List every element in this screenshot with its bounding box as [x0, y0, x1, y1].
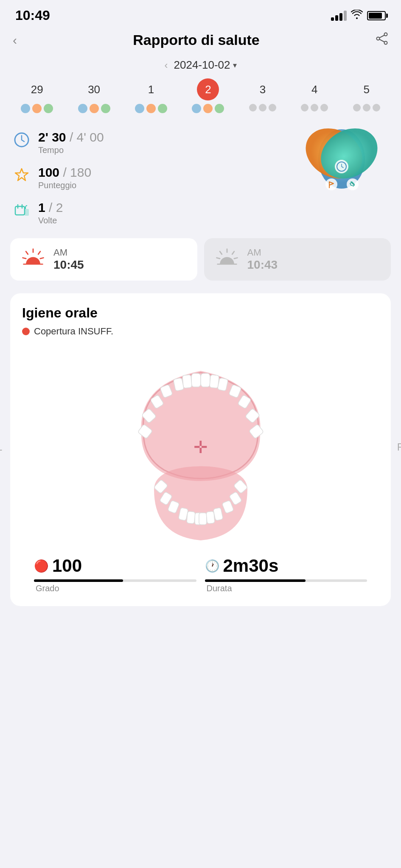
day-bubbles [353, 104, 380, 111]
battery-icon [367, 11, 386, 20]
svg-line-18 [38, 251, 40, 254]
bubble-orange [32, 104, 42, 113]
day-bubbles [192, 104, 224, 113]
page-title: Rapporto di salute [133, 32, 259, 48]
duration-progress-bar [205, 579, 367, 582]
session-time-1: 10:45 [53, 258, 84, 272]
stat-sessions-content: 1 / 2 Volte [38, 200, 63, 225]
hygiene-title: Igiene orale [22, 305, 379, 321]
teeth-diagram-container[interactable]: L R ✛ [22, 345, 379, 549]
day-number: 3 [252, 78, 274, 100]
svg-point-2 [377, 37, 380, 40]
bubble-gray [373, 104, 380, 111]
svg-rect-29 [201, 373, 210, 387]
status-icons [331, 10, 386, 22]
bottom-stats: 🔴 100 Grado 🕐 2m30s Durata [22, 549, 379, 598]
left-side-label: L [0, 441, 2, 453]
bubble-orange [90, 104, 99, 113]
svg-line-23 [220, 251, 222, 254]
bubble-blue [135, 104, 144, 113]
session-card-am1[interactable]: AM 10:45 [10, 238, 197, 281]
calendar-day-3[interactable]: 3 [249, 78, 276, 113]
calendar-day-5[interactable]: 5 [353, 78, 380, 113]
sessions-icon [13, 201, 31, 219]
bubble-orange [203, 104, 213, 113]
bubble-orange [146, 104, 156, 113]
bubble-blue [78, 104, 87, 113]
status-indicator-dot [22, 328, 30, 335]
sun-active-icon [20, 247, 46, 272]
right-side-label: R [397, 441, 401, 453]
day-bubbles [21, 104, 53, 113]
duration-label: Durata [205, 584, 232, 593]
day-number: 30 [83, 78, 105, 100]
day-number: 29 [26, 78, 48, 100]
signal-icon [331, 11, 347, 21]
calendar-day-30[interactable]: 30 [78, 78, 110, 113]
svg-rect-43 [199, 513, 207, 525]
stat-sessions-label: Volte [38, 216, 63, 225]
bubble-teal [101, 104, 110, 113]
bubble-gray [249, 104, 257, 111]
petal-diagram [295, 126, 388, 219]
day-bubbles [135, 104, 167, 113]
stat-score-label: Punteggio [38, 181, 91, 190]
share-button[interactable] [376, 32, 388, 48]
svg-point-1 [384, 42, 387, 45]
hygiene-status: Copertura INSUFF. [22, 326, 379, 337]
grade-label: Grado [34, 584, 59, 593]
svg-rect-28 [191, 373, 201, 387]
svg-rect-7 [15, 206, 25, 215]
day-number-active: 2 [197, 78, 219, 100]
svg-line-24 [232, 251, 234, 254]
svg-rect-8 [25, 209, 29, 216]
bubble-blue [21, 104, 30, 113]
stats-list: 2' 30 / 4' 00 Tempo 100 / 180 Punteggio [13, 126, 286, 225]
bubble-teal [44, 104, 53, 113]
svg-point-15 [347, 178, 359, 190]
bubble-blue [192, 104, 201, 113]
bubble-gray [301, 104, 308, 111]
svg-point-0 [384, 33, 387, 36]
date-prev-button[interactable]: ‹ [165, 59, 168, 71]
grade-progress-bar [34, 579, 196, 582]
stat-time-label: Tempo [38, 145, 104, 155]
session-cards: AM 10:45 AM 10:43 [0, 234, 401, 289]
status-time: 10:49 [15, 8, 50, 23]
duration-progress-fill [205, 579, 306, 582]
bubble-gray [353, 104, 361, 111]
bubble-gray [269, 104, 276, 111]
duration-stat: 🕐 2m30s Durata [205, 556, 367, 593]
calendar-day-29[interactable]: 29 [21, 78, 53, 113]
day-number: 5 [356, 78, 378, 100]
svg-line-4 [379, 39, 384, 42]
calendar-day-1[interactable]: 1 [135, 78, 167, 113]
coverage-status-text: Copertura INSUFF. [34, 326, 113, 337]
stat-sessions-row: 1 / 2 Volte [13, 200, 286, 225]
date-selector[interactable]: 2024-10-02 ▾ [174, 58, 237, 72]
day-number: 1 [140, 78, 162, 100]
svg-line-3 [379, 35, 384, 38]
svg-line-25 [216, 258, 220, 259]
score-icon [13, 166, 31, 184]
bubble-gray [363, 104, 370, 111]
wifi-icon [351, 10, 363, 22]
calendar-day-2-active[interactable]: 2 [192, 78, 224, 113]
bubble-teal [158, 104, 167, 113]
back-button[interactable]: ‹ [13, 33, 17, 47]
stat-time-value: 2' 30 / 4' 00 [38, 130, 104, 145]
stats-section: 2' 30 / 4' 00 Tempo 100 / 180 Punteggio [0, 117, 401, 234]
svg-marker-6 [15, 169, 28, 181]
time-icon [13, 131, 31, 149]
grade-progress-fill [34, 579, 123, 582]
grade-number: 100 [52, 556, 82, 576]
calendar-day-4[interactable]: 4 [301, 78, 328, 113]
grade-stat: 🔴 100 Grado [34, 556, 196, 593]
date-navigation: ‹ 2024-10-02 ▾ [0, 57, 401, 78]
stat-sessions-value: 1 / 2 [38, 200, 63, 215]
grade-value-row: 🔴 100 [34, 556, 82, 576]
stat-time-content: 2' 30 / 4' 00 Tempo [38, 130, 104, 155]
svg-rect-30 [182, 375, 192, 388]
session-card-am2[interactable]: AM 10:43 [204, 238, 391, 281]
day-bubbles [301, 104, 328, 111]
